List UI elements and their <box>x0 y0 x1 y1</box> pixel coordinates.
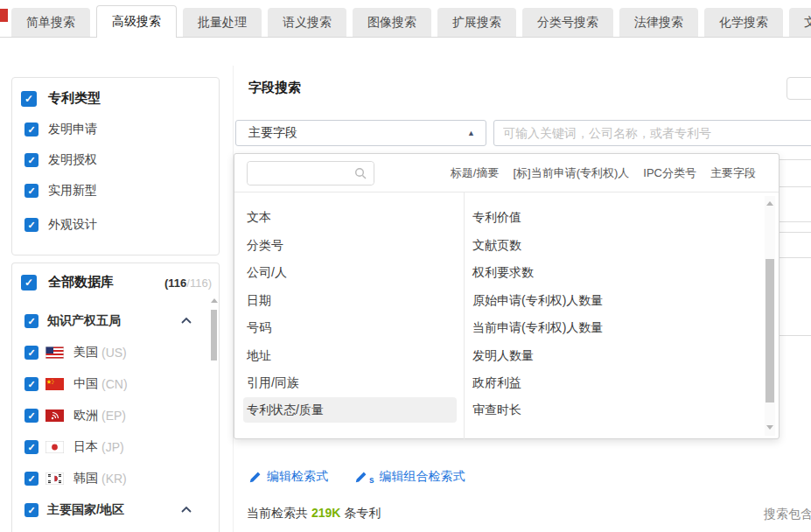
category-citation-family[interactable]: 引用/同族 <box>247 370 453 396</box>
category-date[interactable]: 日期 <box>247 288 453 313</box>
quick-link-ipc[interactable]: IPC分类号 <box>643 165 696 181</box>
kr-flag-icon <box>45 472 64 485</box>
checkbox-major-countries[interactable]: ✓ <box>24 503 38 517</box>
page-title: 字段搜索 <box>248 80 301 96</box>
edit-combined-query-link[interactable]: s 编辑组合检索式 <box>354 469 465 485</box>
database-group-ip5[interactable]: ✓ 知识产权五局 <box>24 313 121 329</box>
dropdown-scrollbar[interactable] <box>765 196 775 436</box>
tab-extended-search[interactable]: 扩展搜索 <box>437 8 516 37</box>
checkbox-us[interactable]: ✓ <box>24 346 38 360</box>
patent-type-header[interactable]: ✓ 专利类型 <box>21 90 101 107</box>
search-icon <box>354 167 367 180</box>
tab-semantic-search[interactable]: 语义搜索 <box>268 8 346 37</box>
keyword-input[interactable] <box>493 120 811 146</box>
field-claim-count[interactable]: 权利要求数 <box>472 260 735 285</box>
scrollbar-thumb[interactable] <box>211 310 217 360</box>
sidebar-scrollbar[interactable] <box>211 298 218 526</box>
advanced-search-page: 简单搜索 高级搜索 批量处理 语义搜索 图像搜索 扩展搜索 分类号搜索 法律搜索… <box>0 0 811 532</box>
database-item-us[interactable]: ✓ 美国 (US) <box>24 345 127 360</box>
item-label: 发明申请 <box>48 122 97 137</box>
patent-type-item[interactable]: ✓ 实用新型 <box>24 183 97 199</box>
scroll-up-icon[interactable] <box>211 298 218 303</box>
category-text[interactable]: 文本 <box>247 205 453 230</box>
scrollbar-thumb[interactable] <box>766 259 774 402</box>
checkbox-all-databases[interactable]: ✓ <box>21 275 37 290</box>
quick-link-main-fields[interactable]: 主要字段 <box>710 165 756 181</box>
checkbox-utility-model[interactable]: ✓ <box>24 184 38 198</box>
field-document-pages[interactable]: 文献页数 <box>472 233 735 258</box>
field-inventor-count[interactable]: 发明人数量 <box>472 343 735 368</box>
result-prefix: 当前检索共 <box>247 506 308 520</box>
database-count: (116/116) <box>164 275 212 290</box>
checkbox-invention-grant[interactable]: ✓ <box>24 153 38 167</box>
patent-type-item[interactable]: ✓ 发明授权 <box>24 152 97 168</box>
database-item-ep[interactable]: ✓ 欧洲 (EP) <box>24 408 126 424</box>
background-row-line <box>780 221 811 222</box>
tab-simple-search[interactable]: 简单搜索 <box>11 8 90 37</box>
quick-link-current-assignee[interactable]: [标]当前申请(专利权)人 <box>513 165 629 181</box>
scroll-down-icon[interactable] <box>766 425 773 430</box>
field-government-interest[interactable]: 政府利益 <box>472 370 735 396</box>
result-count: 当前检索共 219K 条专利 <box>247 506 381 522</box>
group-label: 主要国家/地区 <box>47 502 124 518</box>
edit-links-row: 编辑检索式 s 编辑组合检索式 <box>248 469 465 485</box>
tab-image-search[interactable]: 图像搜索 <box>353 8 431 37</box>
us-flag-icon <box>45 346 64 359</box>
tab-batch-process[interactable]: 批量处理 <box>183 8 262 37</box>
checkbox-invention-application[interactable]: ✓ <box>24 122 38 136</box>
checkbox-ip5[interactable]: ✓ <box>24 314 38 328</box>
background-row-line <box>780 232 811 233</box>
category-address[interactable]: 地址 <box>247 343 453 368</box>
pencil-s-icon <box>354 471 367 484</box>
scroll-up-icon[interactable] <box>766 201 773 206</box>
background-row-line <box>780 159 811 160</box>
item-label: 发明授权 <box>48 152 97 168</box>
dropdown-column-divider <box>464 192 465 439</box>
category-classification[interactable]: 分类号 <box>247 233 453 258</box>
tab-advanced-search[interactable]: 高级搜索 <box>96 5 177 38</box>
patent-type-item[interactable]: ✓ 发明申请 <box>24 122 97 137</box>
jp-flag-icon <box>45 441 64 453</box>
checkbox-ep[interactable]: ✓ <box>24 409 38 423</box>
patent-type-title: 专利类型 <box>48 90 101 107</box>
database-item-cn[interactable]: ✓ 中国 (CN) <box>24 376 128 392</box>
tab-classification-search[interactable]: 分类号搜索 <box>522 8 613 37</box>
country-name: 韩国 <box>73 471 98 486</box>
country-code: (US) <box>101 346 127 360</box>
result-count-value: 219K <box>311 506 340 520</box>
checkbox-patent-type[interactable]: ✓ <box>21 91 37 107</box>
country-code: (KR) <box>101 472 127 486</box>
database-panel: ✓ 全部数据库 (116/116) ✓ 知识产权五局 ✓ 美国 (US) ✓ 中… <box>11 262 220 532</box>
chevron-up-icon[interactable] <box>180 505 192 514</box>
dropdown-search-box[interactable] <box>247 161 374 186</box>
database-title: 全部数据库 <box>48 274 114 290</box>
field-patent-value[interactable]: 专利价值 <box>472 205 735 230</box>
checkbox-design[interactable]: ✓ <box>24 218 38 232</box>
tab-bar: 简单搜索 高级搜索 批量处理 语义搜索 图像搜索 扩展搜索 分类号搜索 法律搜索… <box>11 8 811 38</box>
pencil-s-letter: s <box>369 475 374 485</box>
category-company-person[interactable]: 公司/人 <box>247 260 453 285</box>
checkbox-kr[interactable]: ✓ <box>24 472 38 486</box>
database-header[interactable]: ✓ 全部数据库 (116/116) <box>21 274 212 290</box>
quick-link-title-abstract[interactable]: 标题/摘要 <box>451 165 500 181</box>
field-original-assignee-count[interactable]: 原始申请(专利权)人数量 <box>472 288 735 313</box>
field-current-assignee-count[interactable]: 当前申请(专利权)人数量 <box>472 315 735 340</box>
database-group-major[interactable]: ✓ 主要国家/地区 <box>24 502 124 518</box>
edit-query-link[interactable]: 编辑检索式 <box>248 469 328 485</box>
database-item-jp[interactable]: ✓ 日本 (JP) <box>24 439 124 455</box>
patent-type-item[interactable]: ✓ 外观设计 <box>24 217 97 233</box>
chevron-up-icon[interactable] <box>180 316 192 325</box>
top-right-button-cut[interactable] <box>787 77 811 100</box>
category-patent-status-quality[interactable]: 专利状态/质量 <box>243 397 457 423</box>
dropdown-header-divider <box>234 192 779 192</box>
checkbox-cn[interactable]: ✓ <box>24 377 38 391</box>
tab-literature[interactable]: 文献 <box>789 8 811 37</box>
tab-legal-search[interactable]: 法律搜索 <box>619 8 698 37</box>
field-select[interactable]: 主要字段 ▲ <box>235 120 486 146</box>
category-number[interactable]: 号码 <box>247 315 453 340</box>
item-label: 外观设计 <box>48 217 97 233</box>
tab-chemical-search[interactable]: 化学搜索 <box>704 8 783 37</box>
database-item-kr[interactable]: ✓ 韩国 (KR) <box>24 471 127 486</box>
checkbox-jp[interactable]: ✓ <box>24 440 38 454</box>
field-examination-duration[interactable]: 审查时长 <box>472 397 735 423</box>
